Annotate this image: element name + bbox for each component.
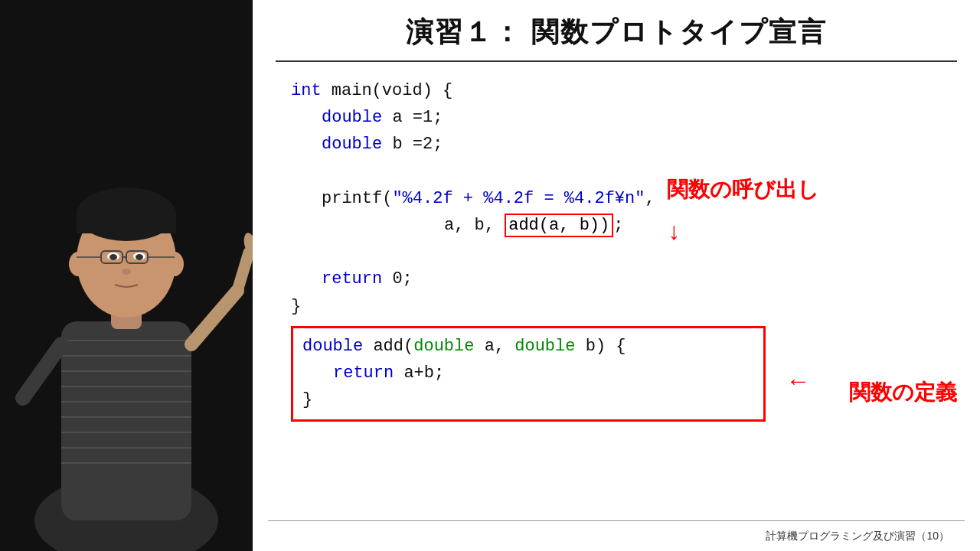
svg-point-21 bbox=[136, 254, 143, 260]
code-line-10: } bbox=[302, 386, 754, 413]
annotation-def: 関数の定義 bbox=[849, 378, 957, 407]
arrow-def-icon: ← bbox=[791, 368, 805, 396]
code-block-main: int main(void) { double a =1; double b =… bbox=[291, 77, 942, 320]
svg-point-27 bbox=[122, 269, 131, 275]
code-line-4: printf("%4.2f + %4.2f = %4.2f¥n", bbox=[291, 185, 942, 212]
svg-point-16 bbox=[69, 252, 87, 276]
code-line-8: double add(double a, double b) { bbox=[302, 333, 754, 360]
code-line-5: a, b, add(a, b)); bbox=[291, 212, 942, 239]
code-line-6: return 0; bbox=[291, 266, 942, 292]
slide-title: 演習１： 関数プロトタイプ宣言 bbox=[253, 0, 980, 60]
svg-rect-2 bbox=[61, 321, 191, 520]
code-line-9: return a+b; bbox=[302, 360, 754, 386]
svg-point-17 bbox=[165, 252, 184, 276]
camera-panel bbox=[0, 0, 253, 551]
code-line-7: } bbox=[291, 293, 942, 320]
code-block-func: double add(double a, double b) { return … bbox=[302, 333, 754, 414]
bottom-bar: 計算機プログラミング及び演習（10） bbox=[268, 520, 965, 551]
svg-rect-15 bbox=[77, 210, 176, 233]
code-line-3: double b =2; bbox=[291, 131, 942, 158]
slide-content: 関数の呼び出し ↓ int main(void) { double a =1; … bbox=[253, 62, 980, 520]
code-line-1: int main(void) { bbox=[291, 77, 942, 104]
svg-point-20 bbox=[109, 254, 117, 260]
slide-panel: 演習１： 関数プロトタイプ宣言 関数の呼び出し ↓ int main(void)… bbox=[253, 0, 980, 551]
func-def-box: double add(double a, double b) { return … bbox=[291, 326, 766, 422]
code-line-2: double a =1; bbox=[291, 104, 942, 131]
bottom-label: 計算機プログラミング及び演習（10） bbox=[766, 530, 949, 543]
add-call-highlight: add(a, b)) bbox=[505, 214, 613, 237]
